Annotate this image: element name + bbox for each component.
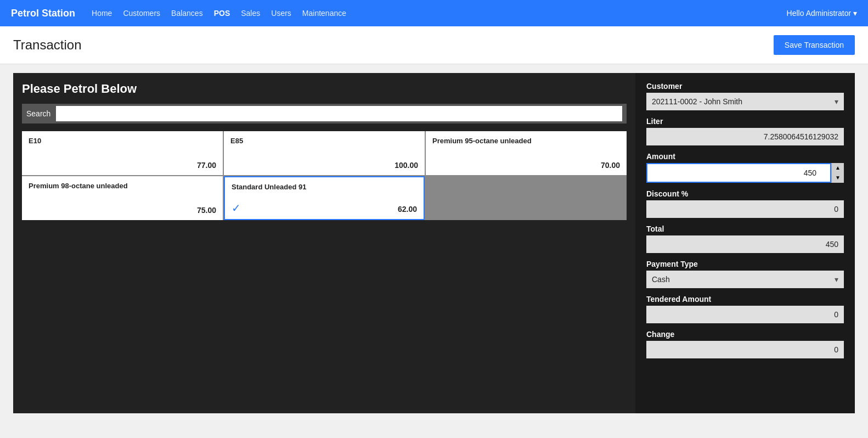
change-input bbox=[646, 341, 844, 358]
main-content: Please Petrol Below Search E10 77.00 E85… bbox=[0, 64, 868, 422]
amount-increment-button[interactable]: ▲ bbox=[832, 163, 844, 173]
left-panel: Please Petrol Below Search E10 77.00 E85… bbox=[13, 73, 635, 413]
total-input bbox=[646, 235, 844, 253]
customer-select-wrapper: 202111-0002 - John Smith bbox=[646, 93, 844, 110]
fuel-price-e10: 77.00 bbox=[29, 161, 216, 170]
fuel-name-e85: E85 bbox=[230, 137, 418, 145]
tendered-input[interactable] bbox=[646, 306, 844, 323]
save-transaction-button[interactable]: Save Transaction bbox=[774, 35, 855, 55]
payment-type-label: Payment Type bbox=[646, 260, 844, 268]
check-icon: ✓ bbox=[232, 201, 241, 215]
search-label: Search bbox=[26, 109, 50, 118]
fuel-card-premium98[interactable]: Premium 98-octane unleaded 75.00 bbox=[22, 176, 223, 220]
amount-label: Amount bbox=[646, 152, 844, 161]
nav-sales[interactable]: Sales bbox=[241, 9, 260, 18]
fuel-name-e10: E10 bbox=[29, 137, 216, 145]
amount-spinner-wrapper: ▲ ▼ bbox=[646, 163, 844, 183]
fuel-price-premium95: 70.00 bbox=[432, 161, 620, 170]
customer-label: Customer bbox=[646, 82, 844, 91]
payment-type-select-wrapper: Cash Credit Debit bbox=[646, 271, 844, 288]
page-title: Transaction bbox=[13, 37, 82, 53]
nav-users[interactable]: Users bbox=[271, 9, 291, 18]
customer-select[interactable]: 202111-0002 - John Smith bbox=[646, 93, 844, 110]
tendered-label: Tendered Amount bbox=[646, 295, 844, 304]
liter-input[interactable] bbox=[646, 128, 844, 145]
fuel-name-premium95: Premium 95-octane unleaded bbox=[432, 137, 620, 145]
nav-maintenance[interactable]: Maintenance bbox=[302, 9, 346, 18]
fuel-card-standard91[interactable]: Standard Unleaded 91 ✓ 62.00 bbox=[224, 176, 425, 220]
discount-label: Discount % bbox=[646, 189, 844, 198]
search-input[interactable] bbox=[56, 106, 622, 121]
navbar: Petrol Station Home Customers Balances P… bbox=[0, 0, 868, 26]
fuel-card-e85[interactable]: E85 100.00 bbox=[224, 131, 425, 175]
nav-pos[interactable]: POS bbox=[214, 9, 230, 18]
fuel-card-premium95[interactable]: Premium 95-octane unleaded 70.00 bbox=[426, 131, 627, 175]
amount-input[interactable] bbox=[646, 163, 831, 183]
left-panel-title: Please Petrol Below bbox=[22, 82, 627, 96]
discount-input[interactable] bbox=[646, 200, 844, 218]
user-menu[interactable]: Hello Administrator ▾ bbox=[787, 9, 857, 18]
amount-spinner-buttons: ▲ ▼ bbox=[831, 163, 844, 183]
fuel-price-e85: 100.00 bbox=[230, 161, 418, 170]
navbar-brand: Petrol Station bbox=[11, 8, 75, 19]
fuel-name-premium98: Premium 98-octane unleaded bbox=[29, 182, 216, 190]
right-panel: Customer 202111-0002 - John Smith Liter … bbox=[635, 73, 855, 413]
payment-type-select[interactable]: Cash Credit Debit bbox=[646, 271, 844, 288]
fuel-name-standard91: Standard Unleaded 91 bbox=[232, 183, 417, 191]
navbar-links: Home Customers Balances POS Sales Users … bbox=[92, 9, 787, 18]
search-bar: Search bbox=[22, 104, 627, 123]
fuel-price-premium98: 75.00 bbox=[29, 206, 216, 215]
fuel-card-e10[interactable]: E10 77.00 bbox=[22, 131, 223, 175]
fuel-price-standard91: 62.00 bbox=[232, 205, 417, 214]
fuel-grid: E10 77.00 E85 100.00 Premium 95-octane u… bbox=[22, 131, 627, 220]
change-label: Change bbox=[646, 330, 844, 339]
page-header: Transaction Save Transaction bbox=[0, 26, 868, 64]
nav-customers[interactable]: Customers bbox=[123, 9, 160, 18]
nav-home[interactable]: Home bbox=[92, 9, 112, 18]
amount-decrement-button[interactable]: ▼ bbox=[832, 173, 844, 183]
liter-label: Liter bbox=[646, 117, 844, 126]
nav-balances[interactable]: Balances bbox=[171, 9, 203, 18]
total-label: Total bbox=[646, 224, 844, 233]
user-label: Hello Administrator ▾ bbox=[787, 9, 857, 18]
